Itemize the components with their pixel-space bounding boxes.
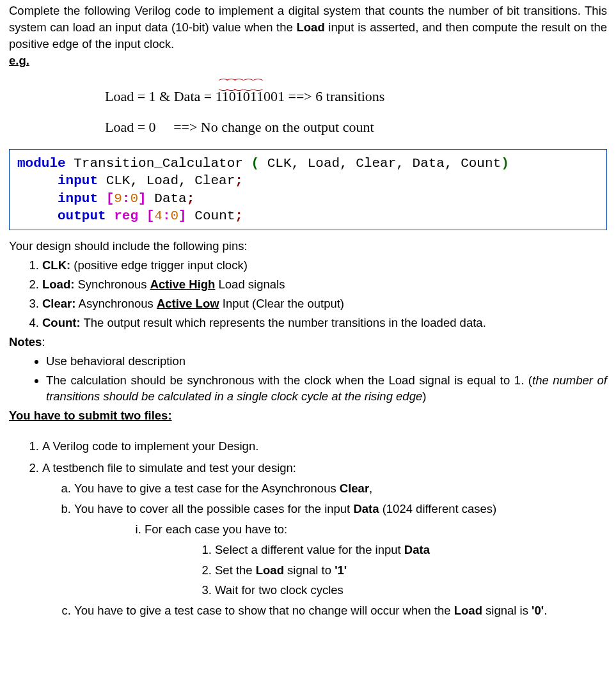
intro-paragraph: Complete the following Verilog code to i…: [9, 3, 607, 75]
code-id-module: Transition_Calculator: [66, 156, 251, 171]
transition-marks-icon: ⁐⁐⁐ ⁐ ⁐: [216, 78, 285, 92]
code-kw-output: output: [58, 208, 106, 223]
example-line-2: Load = 0 ==> No change on the output cou…: [105, 118, 607, 137]
tb-c: You have to give a test case to show tha…: [74, 602, 607, 619]
submit-file-2: A testbench file to simulate and test yo…: [42, 460, 607, 619]
notes-list: Use behavioral description The calculati…: [9, 353, 607, 405]
code-kw-input1: input: [58, 173, 98, 188]
tb-a: You have to give a test case for the Asy…: [74, 480, 607, 497]
pin-clear: Clear: Asynchronous Active Low Input (Cl…: [42, 295, 607, 312]
code-semi: ;: [235, 173, 243, 188]
tb-b-i: For each case you have to: Select a diff…: [145, 521, 607, 599]
tb-b-i-1: Select a different value for the input D…: [215, 542, 607, 558]
notes-section: Notes: Use behavioral description The ca…: [9, 334, 607, 405]
note-1: Use behavioral description: [46, 353, 607, 370]
submit-heading: You have to submit two files:: [9, 407, 607, 424]
pin-count: Count: The output result which represent…: [42, 315, 607, 331]
note-2: The calculation should be synchronous wi…: [46, 372, 607, 405]
example-2b: ==> No change on the output count: [173, 119, 374, 135]
eg-label: e.g.: [9, 52, 29, 69]
pins-list: CLK: (positive edge trigger input clock)…: [9, 257, 607, 331]
example-2a: Load = 0: [105, 119, 156, 135]
pin-clk: CLK: (positive edge trigger input clock): [42, 257, 607, 274]
code-args: CLK, Load, Clear, Data, Count: [259, 156, 501, 171]
pins-heading: Your design should include the following…: [9, 238, 607, 255]
tb-b-i-2: Set the Load signal to '1': [215, 562, 607, 579]
code-kw-input2: input: [58, 191, 98, 206]
tb-b-i-3: Wait for two clock cycles: [215, 582, 607, 599]
submit-section: A Verilog code to implement your Design.…: [9, 438, 607, 619]
code-paren-close: ): [501, 156, 509, 171]
verilog-code-box: module Transition_Calculator ( CLK, Load…: [9, 149, 607, 230]
code-kw-module: module: [17, 156, 66, 171]
tb-b-sublist: For each case you have to: Select a diff…: [74, 521, 607, 599]
submit-file-1: A Verilog code to implement your Design.: [42, 438, 607, 455]
notes-label: Notes: [9, 335, 42, 349]
example-1b: ==> 6 transitions: [285, 88, 384, 104]
pins-section: Your design should include the following…: [9, 238, 607, 331]
intro-bold-load: Load: [297, 20, 325, 34]
testbench-sublist: You have to give a test case for the Asy…: [42, 480, 607, 619]
example-data-word: ⁐⁐⁐ ⁐ ⁐1101011001: [216, 87, 285, 107]
example-1a: Load = 1 & Data =: [105, 88, 216, 104]
submit-list: A Verilog code to implement your Design.…: [9, 438, 607, 619]
tb-b-i-steps: Select a different value for the input D…: [145, 542, 607, 599]
code-kw-reg: reg: [106, 208, 138, 223]
code-l2-rest: CLK, Load, Clear: [98, 173, 235, 188]
example-block: Load = 1 & Data = ⁐⁐⁐ ⁐ ⁐1101011001 ==> …: [105, 87, 607, 138]
example-line-1: Load = 1 & Data = ⁐⁐⁐ ⁐ ⁐1101011001 ==> …: [105, 87, 607, 107]
code-paren-open: (: [251, 156, 259, 171]
tb-b: You have to cover all the possible cases…: [74, 501, 607, 599]
pin-load: Load: Synchronous Active High Load signa…: [42, 276, 607, 293]
